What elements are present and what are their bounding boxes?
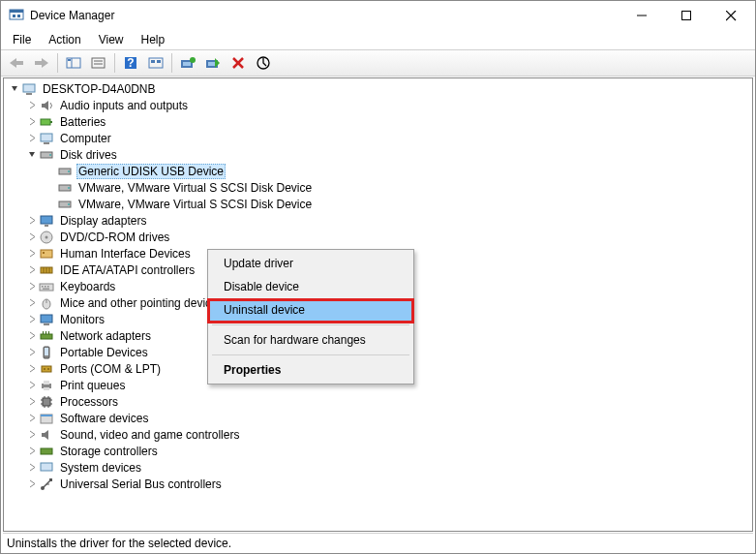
context-update-driver[interactable]: Update driver [210, 252, 411, 275]
network-icon [39, 328, 54, 344]
chevron-right-icon[interactable] [25, 298, 39, 307]
scan-icon[interactable] [144, 52, 167, 74]
chevron-right-icon[interactable] [25, 315, 39, 323]
forward-button[interactable] [30, 52, 53, 74]
status-text: Uninstalls the driver for the selected d… [7, 537, 231, 550]
svg-point-70 [47, 368, 49, 370]
device-tree-panel: DESKTOP-D4A0DNB Audio inputs and outputs… [3, 77, 753, 532]
tree-category[interactable]: Audio inputs and outputs [6, 97, 752, 113]
keyboard-icon [39, 279, 54, 294]
tree-device[interactable]: VMware, VMware Virtual S SCSI Disk Devic… [6, 196, 752, 212]
svg-rect-55 [45, 286, 46, 288]
svg-rect-22 [183, 62, 191, 66]
svg-rect-25 [208, 62, 216, 66]
tree-category[interactable]: Display adapters [6, 212, 752, 229]
software-icon [39, 411, 54, 426]
disk-icon [39, 147, 54, 163]
svg-rect-60 [41, 315, 52, 323]
tree-category[interactable]: Batteries [6, 113, 752, 130]
close-button[interactable] [709, 1, 753, 30]
show-hide-console-icon[interactable] [62, 52, 85, 74]
disk-icon [57, 180, 73, 196]
help-icon[interactable]: ? [119, 52, 142, 74]
svg-point-36 [49, 154, 51, 156]
chevron-down-icon[interactable] [8, 84, 21, 93]
svg-rect-68 [42, 366, 51, 372]
chevron-right-icon[interactable] [25, 265, 39, 274]
dvd-icon [39, 230, 54, 245]
context-disable-device[interactable]: Disable device [210, 275, 411, 298]
svg-rect-57 [43, 288, 49, 289]
chevron-right-icon[interactable] [25, 117, 39, 126]
scan-hardware-icon[interactable] [252, 52, 275, 74]
back-button[interactable] [5, 52, 28, 74]
chevron-down-icon[interactable] [25, 150, 39, 159]
svg-rect-29 [23, 84, 35, 92]
usb-icon [39, 477, 54, 492]
maximize-button[interactable] [664, 1, 709, 30]
chevron-right-icon[interactable] [25, 134, 39, 142]
chevron-right-icon[interactable] [25, 101, 39, 109]
svg-rect-85 [41, 448, 52, 454]
tree-device[interactable]: VMware, VMware Virtual S SCSI Disk Devic… [6, 179, 752, 196]
context-menu-separator [212, 354, 409, 355]
svg-rect-44 [45, 225, 48, 227]
chevron-right-icon[interactable] [25, 430, 39, 439]
menu-view[interactable]: View [91, 31, 132, 48]
svg-point-38 [68, 170, 70, 172]
tree-category[interactable]: Computer [6, 130, 752, 146]
svg-rect-67 [45, 348, 48, 355]
chevron-right-icon[interactable] [25, 397, 39, 406]
chevron-right-icon[interactable] [25, 216, 39, 225]
minimize-button[interactable] [620, 1, 664, 30]
tree-category[interactable]: Storage controllers [6, 443, 752, 459]
tree-category[interactable]: System devices [6, 459, 752, 476]
tree-category[interactable]: DVD/CD-ROM drives [6, 229, 752, 245]
context-menu: Update driver Disable device Uninstall d… [207, 249, 414, 385]
menu-file[interactable]: File [5, 31, 39, 48]
svg-rect-62 [41, 334, 52, 339]
window-title: Device Manager [30, 9, 620, 22]
battery-icon [39, 114, 54, 130]
context-uninstall-device[interactable]: Uninstall device [210, 298, 411, 322]
printer-icon [39, 378, 54, 393]
svg-rect-2 [13, 15, 15, 17]
chevron-right-icon[interactable] [25, 348, 39, 356]
menu-help[interactable]: Help [134, 31, 173, 48]
svg-rect-19 [151, 60, 155, 63]
chevron-right-icon[interactable] [25, 414, 39, 422]
chevron-right-icon[interactable] [25, 463, 39, 472]
menu-action[interactable]: Action [41, 31, 88, 48]
disable-device-icon[interactable] [201, 52, 225, 74]
properties-icon[interactable] [87, 52, 110, 74]
svg-rect-74 [43, 398, 50, 406]
chevron-right-icon[interactable] [25, 446, 39, 455]
tree-category[interactable]: Sound, video and game controllers [6, 426, 752, 443]
tree-category[interactable]: Software devices [6, 410, 752, 426]
svg-rect-31 [41, 119, 50, 125]
chevron-right-icon[interactable] [25, 381, 39, 389]
tree-device-selected[interactable]: Generic UDISK USB Device [6, 163, 752, 179]
tree-category[interactable]: Universal Serial Bus controllers [6, 476, 752, 492]
chevron-right-icon[interactable] [25, 249, 39, 258]
uninstall-device-icon[interactable] [227, 52, 250, 74]
svg-rect-61 [44, 323, 49, 325]
chevron-right-icon[interactable] [25, 331, 39, 340]
tree-category[interactable]: Processors [6, 393, 752, 410]
svg-rect-1 [10, 10, 23, 13]
chevron-right-icon[interactable] [25, 364, 39, 373]
update-driver-icon[interactable] [176, 52, 199, 74]
tree-root[interactable]: DESKTOP-D4A0DNB [6, 80, 752, 97]
title-bar: Device Manager [1, 1, 755, 30]
chevron-right-icon[interactable] [25, 282, 39, 291]
svg-rect-33 [41, 134, 52, 141]
svg-rect-65 [48, 331, 49, 334]
svg-rect-47 [41, 250, 52, 258]
svg-rect-34 [44, 142, 49, 144]
context-scan-hardware[interactable]: Scan for hardware changes [210, 328, 411, 352]
context-properties[interactable]: Properties [210, 358, 411, 382]
chevron-right-icon[interactable] [25, 479, 39, 488]
tree-category-disk-drives[interactable]: Disk drives [6, 146, 752, 163]
svg-point-46 [45, 235, 48, 238]
chevron-right-icon[interactable] [25, 232, 39, 241]
